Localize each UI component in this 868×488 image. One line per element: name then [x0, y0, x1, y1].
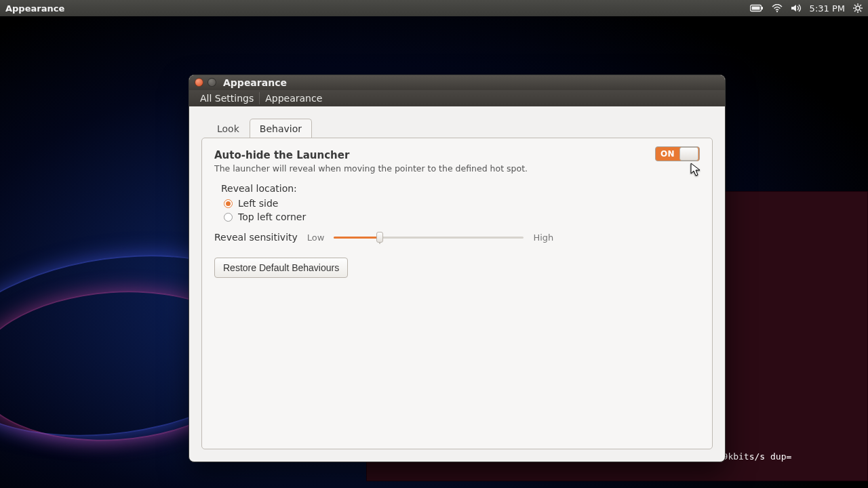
svg-line-11 [860, 5, 861, 6]
system-tray: 5:31 PM [750, 3, 863, 14]
svg-line-10 [860, 10, 861, 12]
autohide-description: The launcher will reveal when moving the… [214, 163, 528, 174]
reveal-sensitivity-slider[interactable] [334, 232, 524, 243]
breadcrumb-leaf[interactable]: Appearance [261, 93, 326, 104]
top-panel: Appearance 5:31 PM [0, 0, 868, 16]
breadcrumb-separator [259, 92, 260, 104]
svg-line-9 [854, 5, 856, 6]
breadcrumb: All Settings Appearance [189, 90, 725, 106]
battery-icon[interactable] [750, 4, 764, 12]
autohide-toggle[interactable]: ON [655, 146, 700, 161]
radio-label: Left side [238, 198, 278, 209]
slider-low-label: Low [307, 232, 325, 243]
tabs: Look Behavior [201, 119, 713, 138]
volume-icon[interactable] [791, 4, 802, 12]
svg-point-4 [856, 6, 860, 10]
autohide-title: Auto-hide the Launcher [214, 149, 528, 161]
appearance-window: Appearance All Settings Appearance Look … [189, 75, 726, 462]
slider-high-label: High [533, 232, 553, 243]
tab-panel-behavior: Auto-hide the Launcher The launcher will… [201, 138, 713, 449]
window-title: Appearance [223, 77, 287, 88]
reveal-location-left[interactable]: Left side [224, 198, 700, 209]
reveal-sensitivity-label: Reveal sensitivity [214, 232, 298, 243]
svg-rect-1 [762, 7, 763, 9]
app-menu-title[interactable]: Appearance [5, 3, 64, 14]
window-close-button[interactable] [195, 78, 203, 87]
clock[interactable]: 5:31 PM [810, 3, 845, 14]
tab-look[interactable]: Look [207, 119, 250, 138]
window-minimize-button[interactable] [208, 78, 216, 87]
reveal-location-label: Reveal location: [221, 183, 700, 194]
autohide-toggle-knob [679, 147, 698, 161]
tab-behavior[interactable]: Behavior [250, 119, 312, 138]
window-titlebar[interactable]: Appearance [189, 75, 725, 90]
radio-icon [224, 199, 233, 208]
svg-line-12 [854, 10, 856, 12]
svg-point-3 [776, 11, 778, 12]
session-gear-icon[interactable] [853, 3, 863, 13]
restore-defaults-button[interactable]: Restore Default Behaviours [214, 258, 348, 278]
reveal-location-topleft[interactable]: Top left corner [224, 211, 700, 222]
radio-icon [224, 213, 233, 222]
radio-label: Top left corner [238, 211, 306, 222]
breadcrumb-root[interactable]: All Settings [196, 93, 258, 104]
svg-rect-2 [751, 7, 760, 10]
autohide-toggle-label: ON [656, 149, 679, 159]
wifi-icon[interactable] [772, 4, 783, 12]
